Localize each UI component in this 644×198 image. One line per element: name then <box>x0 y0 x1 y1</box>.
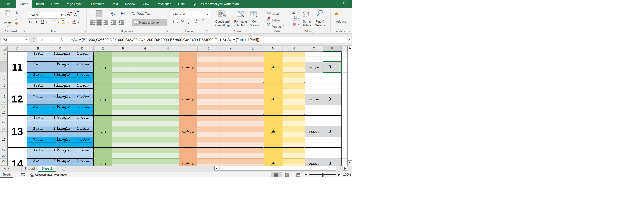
svg-text:A: A <box>303 10 306 13</box>
svg-text:Z: Z <box>303 14 305 17</box>
